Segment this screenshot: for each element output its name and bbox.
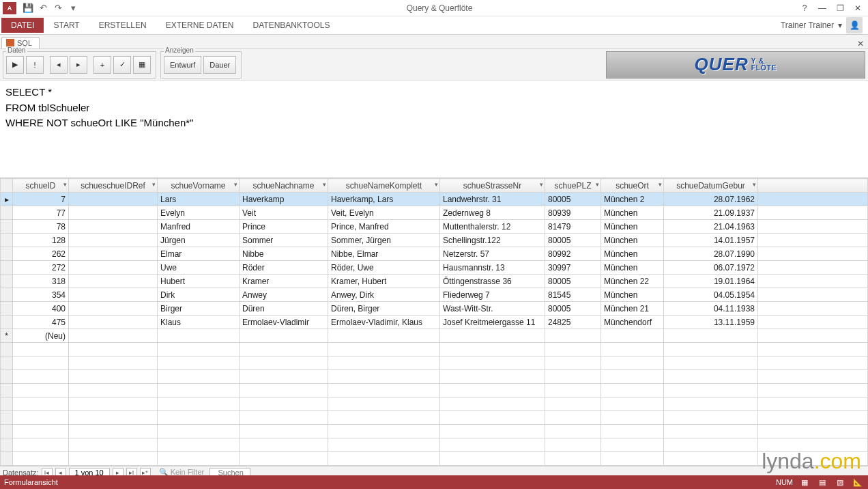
cell-vorname[interactable]: Elmar: [158, 247, 240, 261]
col-schueNachname[interactable]: schueNachname▾: [240, 179, 328, 193]
row-selector[interactable]: [1, 206, 13, 220]
view-form-icon[interactable]: ▦: [798, 477, 811, 487]
cell-geburt[interactable]: 04.11.1938: [664, 302, 758, 316]
cell-ref[interactable]: [69, 316, 158, 329]
cell-strasse[interactable]: Öttingenstrasse 36: [440, 275, 545, 288]
cell-id[interactable]: 128: [13, 234, 69, 247]
cell-vorname[interactable]: Birger: [158, 302, 240, 316]
data-grid[interactable]: schueID▾ schueschueIDRef▾ schueVorname▾ …: [0, 178, 868, 466]
sql-editor[interactable]: SELECT * FROM tblSchueler WHERE NOT schu…: [0, 81, 868, 178]
tab-start[interactable]: START: [44, 18, 89, 33]
cell-geburt[interactable]: 04.05.1954: [664, 288, 758, 302]
col-schueOrt[interactable]: schueOrt▾: [601, 179, 664, 193]
cell-ort[interactable]: München: [601, 234, 664, 247]
cell-id[interactable]: 318: [13, 275, 69, 288]
row-selector[interactable]: [1, 234, 13, 247]
cell-geburt[interactable]: 19.01.1964: [664, 275, 758, 288]
cell-strasse[interactable]: Hausmannstr. 13: [440, 261, 545, 275]
cell-ort[interactable]: Münchendorf: [601, 316, 664, 329]
cell-komplett[interactable]: Röder, Uwe: [328, 261, 440, 275]
cell-nachname[interactable]: Veit: [240, 206, 328, 220]
row-selector[interactable]: [1, 288, 13, 302]
cell-plz[interactable]: 81545: [545, 288, 601, 302]
cell-ref[interactable]: [69, 302, 158, 316]
cell-geburt[interactable]: 13.11.1959: [664, 316, 758, 329]
tab-erstellen[interactable]: ERSTELLEN: [89, 18, 156, 33]
row-selector[interactable]: [1, 220, 13, 234]
cell-strasse[interactable]: Wast-Witt-Str.: [440, 302, 545, 316]
cell-strasse[interactable]: Netzerstr. 57: [440, 247, 545, 261]
cell-plz[interactable]: 80005: [545, 234, 601, 247]
cell-ort[interactable]: München 2: [601, 193, 664, 206]
cell-plz[interactable]: 81479: [545, 220, 601, 234]
cell-strasse[interactable]: Josef Kreitmeiergasse 11: [440, 316, 545, 329]
cell-nachname[interactable]: Anwey: [240, 288, 328, 302]
cell-ref[interactable]: [69, 206, 158, 220]
cell-ref[interactable]: [69, 220, 158, 234]
restore-icon[interactable]: ❐: [835, 3, 845, 13]
cell-komplett[interactable]: Prince, Manfred: [328, 220, 440, 234]
row-selector[interactable]: [1, 302, 13, 316]
cell-ort[interactable]: München: [601, 220, 664, 234]
new-row[interactable]: * (Neu): [1, 329, 868, 343]
cell-ort[interactable]: München 21: [601, 302, 664, 316]
tab-externe-daten[interactable]: EXTERNE DATEN: [156, 18, 244, 33]
table-row[interactable]: 354 Dirk Anwey Anwey, Dirk Fliederweg 7 …: [1, 288, 868, 302]
cell-ort[interactable]: München: [601, 261, 664, 275]
row-selector[interactable]: [1, 261, 13, 275]
table-row[interactable]: 128 Jürgen Sommer Sommer, Jürgen Schelli…: [1, 234, 868, 247]
col-schueNameKomplett[interactable]: schueNameKomplett▾: [328, 179, 440, 193]
cell-komplett[interactable]: Veit, Evelyn: [328, 206, 440, 220]
cell-geburt[interactable]: 21.09.1937: [664, 206, 758, 220]
cell-ort[interactable]: München: [601, 206, 664, 220]
cell-nachname[interactable]: Haverkamp: [240, 193, 328, 206]
cell-ref[interactable]: [69, 234, 158, 247]
table-row[interactable]: 475 Klaus Ermolaev-Vladimir Ermolaev-Vla…: [1, 316, 868, 329]
cell-plz[interactable]: 80939: [545, 206, 601, 220]
cell-vorname[interactable]: Dirk: [158, 288, 240, 302]
cell-geburt[interactable]: 28.07.1990: [664, 247, 758, 261]
cell-vorname[interactable]: Manfred: [158, 220, 240, 234]
col-schueStrasseNr[interactable]: schueStrasseNr▾: [440, 179, 545, 193]
col-schuePLZ[interactable]: schuePLZ▾: [545, 179, 601, 193]
cell-vorname[interactable]: Klaus: [158, 316, 240, 329]
cell-id[interactable]: 475: [13, 316, 69, 329]
cell-id[interactable]: 272: [13, 261, 69, 275]
col-schueDatumGebur[interactable]: schueDatumGebur▾: [664, 179, 758, 193]
cell-komplett[interactable]: Nibbe, Elmar: [328, 247, 440, 261]
cell-plz[interactable]: 80992: [545, 247, 601, 261]
cell-plz[interactable]: 24825: [545, 316, 601, 329]
cell-new[interactable]: (Neu): [13, 329, 69, 343]
user-menu[interactable]: Trainer Trainer ▾ 👤: [781, 17, 863, 33]
run-exec-button[interactable]: !: [26, 56, 44, 74]
undo-icon[interactable]: ↶: [37, 2, 49, 14]
add-button[interactable]: +: [93, 56, 111, 74]
cell-ref[interactable]: [69, 261, 158, 275]
cell-geburt[interactable]: 06.07.1972: [664, 261, 758, 275]
cell-geburt[interactable]: 14.01.1957: [664, 234, 758, 247]
cell-id[interactable]: 400: [13, 302, 69, 316]
cell-ort[interactable]: München 22: [601, 275, 664, 288]
cell-nachname[interactable]: Sommer: [240, 234, 328, 247]
cell-nachname[interactable]: Nibbe: [240, 247, 328, 261]
cell-strasse[interactable]: Schellingstr.122: [440, 234, 545, 247]
table-row[interactable]: 400 Birger Düren Düren, Birger Wast-Witt…: [1, 302, 868, 316]
cell-id[interactable]: 7: [13, 193, 69, 206]
cell-vorname[interactable]: Jürgen: [158, 234, 240, 247]
close-icon[interactable]: ✕: [853, 3, 863, 13]
dauer-button[interactable]: Dauer: [203, 56, 236, 74]
cell-geburt[interactable]: 21.04.1963: [664, 220, 758, 234]
cell-ref[interactable]: [69, 275, 158, 288]
cell-vorname[interactable]: Lars: [158, 193, 240, 206]
cell-id[interactable]: 78: [13, 220, 69, 234]
cell-strasse[interactable]: Fliederweg 7: [440, 288, 545, 302]
save-rec-button[interactable]: ✓: [113, 56, 131, 74]
cell-ort[interactable]: München: [601, 288, 664, 302]
view-sql-icon[interactable]: ▧: [834, 477, 846, 487]
cell-plz[interactable]: 80005: [545, 302, 601, 316]
tab-datenbanktools[interactable]: DATENBANKTOOLS: [244, 18, 340, 33]
help-icon[interactable]: ?: [800, 3, 809, 13]
cell-nachname[interactable]: Ermolaev-Vladimir: [240, 316, 328, 329]
cell-plz[interactable]: 80005: [545, 275, 601, 288]
view-datasheet-icon[interactable]: ▤: [816, 477, 828, 487]
